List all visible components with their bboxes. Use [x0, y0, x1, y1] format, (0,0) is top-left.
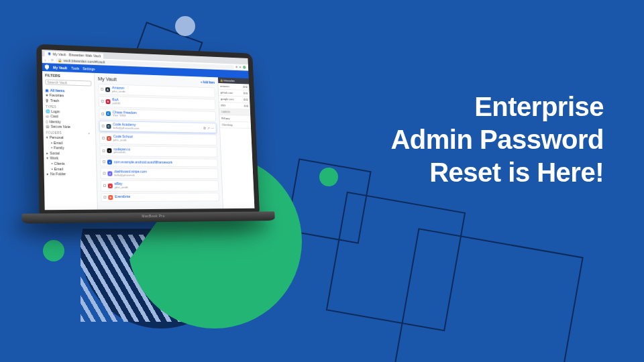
- filter-label: Personal: [50, 135, 64, 139]
- sidebar: FILTERS Search Vault ▣ All Items ★ Favor…: [42, 71, 98, 210]
- nav-fwd-icon[interactable]: ›: [48, 58, 49, 62]
- type-login[interactable]: 🌐Login: [46, 109, 92, 115]
- folder-work[interactable]: ▾Work: [46, 156, 93, 161]
- checkbox[interactable]: [101, 100, 104, 103]
- filter-label: Clients: [54, 162, 65, 166]
- type-note[interactable]: ▤Secure Note: [46, 124, 93, 130]
- vault-item-row[interactable]: ccodepen.iojohnsmith: [99, 145, 217, 158]
- vault-item-row[interactable]: EEventbrite: [101, 192, 219, 202]
- folder-personal-email[interactable]: •Email: [46, 140, 93, 146]
- folders-label: FOLDERS: [46, 131, 62, 135]
- item-favicon: B: [106, 99, 111, 104]
- browser-url-text: vault.bitwarden.com/#/vault: [63, 58, 105, 64]
- folder-social[interactable]: ▸Social: [46, 150, 93, 156]
- folder-work-clients[interactable]: •Clients: [46, 161, 93, 166]
- filters-heading: FILTERS: [45, 73, 91, 78]
- ext-icon-2[interactable]: [239, 66, 241, 68]
- checkbox[interactable]: [102, 125, 105, 127]
- decor-square-4: [389, 228, 584, 362]
- item-text: com.example.android.autofillframework: [114, 160, 172, 164]
- type-identity[interactable]: ▯Identity: [46, 119, 93, 125]
- item-name: Chase Freedom: [113, 111, 137, 115]
- nav-settings[interactable]: Settings: [83, 66, 95, 71]
- extension-panel: 🔒 bitwarden amazon⧉ ⧉ github.com⧉ ⧉ goog…: [217, 77, 254, 208]
- caret-right-icon: ▸: [47, 172, 49, 176]
- filter-label: Email: [54, 166, 63, 170]
- folder-work-email[interactable]: •Email: [47, 166, 94, 172]
- vault-item-row[interactable]: CCode Academyhello@johnsmith.com⧉↗⋯: [99, 121, 217, 133]
- item-text: Code Schooljohn_smith: [113, 135, 133, 142]
- search-input[interactable]: Search Vault: [45, 79, 91, 86]
- item-name: eBay: [115, 182, 128, 186]
- nav-reload-icon[interactable]: ⟳: [51, 58, 54, 62]
- filter-label: Family: [54, 145, 64, 149]
- checkbox[interactable]: [103, 149, 105, 152]
- folder-personal[interactable]: ▾Personal: [46, 135, 93, 141]
- item-actions: ⧉↗⋯: [203, 125, 214, 130]
- launch-icon[interactable]: ↗: [207, 126, 210, 131]
- filter-label: Social: [50, 151, 60, 155]
- filter-label: Favorites: [50, 93, 64, 98]
- filter-all-items[interactable]: ▣ All Items: [45, 87, 91, 94]
- checkbox[interactable]: [103, 172, 105, 175]
- item-text: Chase FreedomVisa *4344: [113, 111, 137, 118]
- add-folder-icon[interactable]: +: [88, 132, 90, 135]
- item-name: com.example.android.autofillframework: [114, 160, 172, 164]
- item-subtitle: john_smith: [112, 90, 125, 93]
- app-body: FILTERS Search Vault ▣ All Items ★ Favor…: [42, 71, 255, 210]
- ext-icon-1[interactable]: [235, 66, 237, 68]
- add-item-button[interactable]: + Add Item: [201, 80, 215, 84]
- more-icon[interactable]: ⋯: [211, 126, 214, 131]
- filter-label: Identity: [49, 119, 60, 123]
- filter-label: Email: [54, 141, 62, 145]
- checkbox[interactable]: [103, 184, 106, 187]
- caret-down-icon: ▾: [46, 156, 48, 160]
- item-favicon: A: [105, 87, 110, 92]
- ext-row[interactable]: Checking: [220, 122, 251, 129]
- headline-line-1: Enterprise: [390, 90, 604, 123]
- nav-back-icon[interactable]: ‹: [45, 58, 46, 62]
- filter-label: Trash: [50, 99, 59, 103]
- vault-item-row[interactable]: eeBayjohn_smith: [101, 180, 219, 192]
- checkbox[interactable]: [101, 113, 104, 115]
- vault-item-row[interactable]: BBoAjs4431: [99, 96, 216, 110]
- nav-tools[interactable]: Tools: [71, 66, 79, 70]
- type-card[interactable]: ▭Card: [46, 113, 92, 119]
- checkbox[interactable]: [103, 161, 105, 164]
- filter-label: Card: [50, 114, 58, 118]
- folder-personal-family[interactable]: •Family: [46, 145, 93, 151]
- copy-icon[interactable]: ⧉: [203, 125, 206, 130]
- item-subtitle: Visa *4344: [113, 115, 137, 118]
- filter-label: Login: [51, 109, 60, 113]
- vault-item-row[interactable]: AAmazonjohn_smith: [98, 84, 215, 98]
- checkbox[interactable]: [102, 137, 105, 139]
- page-title: My Vault: [98, 76, 117, 82]
- vault-item-row[interactable]: CCode Schooljohn_smith: [99, 133, 217, 145]
- item-text: eBayjohn_smith: [115, 182, 128, 189]
- filter-favorites[interactable]: ★ Favorites: [46, 93, 92, 99]
- item-name: Code Academy: [113, 123, 139, 127]
- item-favicon: c: [107, 160, 112, 164]
- filter-trash[interactable]: 🗑 Trash: [46, 98, 92, 104]
- decor-circle-green-small: [319, 168, 338, 186]
- lock-icon: 🔒: [58, 58, 62, 62]
- folder-none[interactable]: ▸No Folder: [47, 171, 94, 176]
- item-subtitle: hello@johnsmith: [114, 174, 147, 177]
- note-icon: ▤: [46, 125, 49, 129]
- headline-line-3: Reset is Here!: [390, 156, 604, 189]
- folders-heading: FOLDERS +: [46, 131, 93, 135]
- filter-label: All Items: [50, 88, 65, 93]
- vault-item-row[interactable]: ddashboard.stripe.comhello@johnsmith: [100, 168, 218, 179]
- hero-headline: Enterprise Admin Password Reset is Here!: [390, 90, 604, 188]
- vault-item-row[interactable]: ccom.example.android.autofillframework: [100, 158, 218, 167]
- search-placeholder: Search Vault: [47, 80, 67, 84]
- browser-tab[interactable]: My Vault · Bitwarden Web Vault: [44, 51, 103, 59]
- item-favicon: d: [107, 171, 112, 176]
- checkbox[interactable]: [103, 196, 106, 198]
- avatar-icon[interactable]: [243, 66, 246, 69]
- filter-label: Work: [50, 156, 58, 160]
- vault-item-row[interactable]: CChase FreedomVisa *4344: [99, 108, 216, 121]
- cube-icon: ▣: [45, 88, 48, 92]
- nav-my-vault[interactable]: My Vault: [53, 66, 67, 70]
- checkbox[interactable]: [101, 88, 103, 90]
